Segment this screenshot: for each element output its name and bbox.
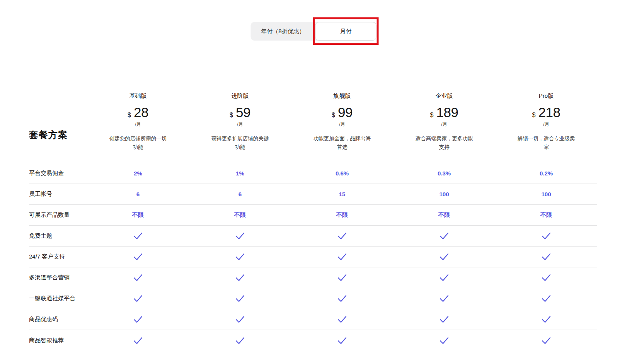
payment-period-toggle: 年付（8折优惠） 月付 (251, 22, 377, 41)
plan-amount: 99 (338, 105, 353, 120)
check-icon (133, 232, 143, 240)
feature-value (495, 232, 597, 240)
feature-row: 多渠道整合营销 (29, 267, 597, 288)
annual-payment-tab[interactable]: 年付（8折优惠） (251, 22, 315, 41)
feature-value (291, 253, 393, 260)
plan-currency: $ (332, 112, 335, 119)
feature-label: 免费主题 (29, 232, 87, 240)
feature-label: 商品优惠码 (29, 316, 87, 323)
feature-value (495, 274, 597, 281)
feature-label: 24/7 客户支持 (29, 253, 87, 260)
feature-value: 不限 (393, 211, 495, 219)
plan-name: 基础版 (129, 92, 147, 100)
feature-value (189, 295, 291, 302)
feature-value (393, 232, 495, 240)
check-icon (133, 274, 143, 281)
feature-value: 100 (495, 191, 597, 197)
plan-header: 进阶版$59/月获得更多扩展店铺的关键功能 (189, 89, 291, 163)
monthly-payment-label: 月付 (340, 28, 352, 35)
plan-name: Pro版 (539, 92, 554, 100)
check-icon (235, 274, 245, 281)
plan-description: 适合高端卖家，更多功能支持 (414, 134, 475, 151)
monthly-payment-tab[interactable]: 月付 (315, 22, 377, 41)
feature-label: 多渠道整合营销 (29, 274, 87, 281)
feature-value (291, 232, 393, 240)
plan-name: 进阶版 (232, 92, 249, 100)
check-icon (542, 337, 551, 344)
feature-label: 平台交易佣金 (29, 170, 87, 177)
pricing-table: 套餐方案 基础版$28/月创建您的店铺所需的一切功能进阶版$59/月获得更多扩展… (29, 89, 597, 351)
check-icon (542, 316, 551, 323)
check-icon (542, 253, 551, 260)
check-icon (133, 316, 143, 323)
feature-value: 6 (189, 191, 291, 197)
plan-name: 旗舰版 (334, 92, 351, 100)
check-icon (235, 316, 245, 323)
feature-value: 0.2% (495, 170, 597, 177)
plan-header: 基础版$28/月创建您的店铺所需的一切功能 (87, 89, 189, 163)
feature-row: 免费主题 (29, 226, 597, 247)
plan-price: $28 (128, 105, 148, 120)
feature-value (189, 232, 291, 240)
feature-value (87, 253, 189, 260)
feature-value (189, 274, 291, 281)
feature-value (87, 295, 189, 302)
check-icon (235, 253, 245, 260)
feature-row: 商品智能推荐 (29, 330, 597, 351)
check-icon (235, 232, 245, 240)
feature-value: 0.6% (291, 170, 393, 177)
feature-value (291, 316, 393, 323)
feature-value: 100 (393, 191, 495, 197)
feature-value (291, 337, 393, 344)
plan-header: 企业版$189/月适合高端卖家，更多功能支持 (393, 89, 495, 163)
features-table: 平台交易佣金2%1%0.6%0.3%0.2%员工帐号6615100100可展示产… (29, 163, 597, 351)
check-icon (133, 295, 143, 302)
check-icon (235, 337, 245, 344)
feature-value: 不限 (189, 211, 291, 219)
plan-amount: 28 (134, 105, 148, 120)
feature-row: 一键联通社媒平台 (29, 288, 597, 309)
plan-currency: $ (230, 112, 233, 119)
feature-value (291, 274, 393, 281)
check-icon (440, 295, 449, 302)
check-icon (337, 316, 347, 323)
plan-description: 获得更多扩展店铺的关键功能 (210, 134, 271, 151)
feature-value (291, 295, 393, 302)
check-icon (542, 274, 551, 281)
feature-value (393, 337, 495, 344)
feature-value: 不限 (87, 211, 189, 219)
plan-period: /月 (543, 121, 549, 128)
feature-value (87, 274, 189, 281)
plan-amount: 218 (538, 105, 561, 120)
plan-price: $189 (430, 105, 458, 120)
plan-price: $99 (332, 105, 353, 120)
feature-value (87, 232, 189, 240)
check-icon (337, 337, 347, 344)
check-icon (440, 274, 449, 281)
plan-period: /月 (339, 121, 345, 128)
feature-value: 1% (189, 170, 291, 177)
plan-amount: 189 (436, 105, 458, 120)
check-icon (542, 232, 551, 240)
plan-description: 功能更加全面，品牌出海首选 (312, 134, 373, 151)
plan-currency: $ (430, 112, 434, 119)
feature-label: 员工帐号 (29, 191, 87, 198)
feature-value (189, 316, 291, 323)
check-icon (440, 253, 449, 260)
plans-header-row: 套餐方案 基础版$28/月创建您的店铺所需的一切功能进阶版$59/月获得更多扩展… (29, 89, 597, 163)
feature-value (87, 337, 189, 344)
feature-value (393, 316, 495, 323)
feature-row: 商品优惠码 (29, 309, 597, 330)
plan-currency: $ (532, 112, 536, 119)
plans-title: 套餐方案 (29, 129, 68, 141)
plan-name: 企业版 (436, 92, 453, 100)
feature-value (189, 253, 291, 260)
feature-value: 2% (87, 170, 189, 177)
feature-row: 24/7 客户支持 (29, 247, 597, 267)
feature-value: 15 (291, 191, 393, 197)
check-icon (133, 337, 143, 344)
feature-value (495, 295, 597, 302)
feature-value (393, 295, 495, 302)
plan-price: $218 (532, 105, 561, 120)
check-icon (337, 232, 347, 240)
